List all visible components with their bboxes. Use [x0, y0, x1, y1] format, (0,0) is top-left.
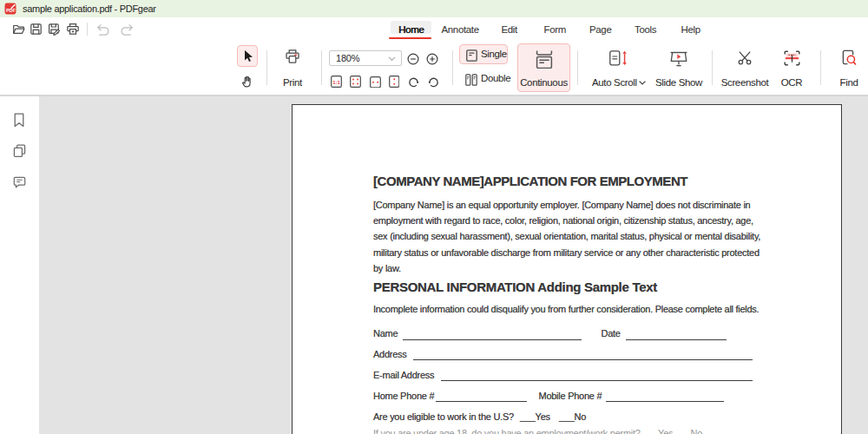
comments-panel-icon[interactable]	[13, 176, 26, 189]
mobile-phone-line	[606, 401, 724, 402]
doc-intro-line: by law.	[373, 260, 764, 276]
rotate-clockwise-icon[interactable]	[408, 76, 419, 88]
doc-intro-line: [Company Name] is an equal opportunity e…	[373, 197, 764, 213]
tab-annotate[interactable]: Annotate	[442, 22, 479, 37]
form-row-eligible: Are you eligible to work in the U.S? ___…	[293, 411, 842, 424]
doc-title: [COMPANY NAME]APPLICATION FOR EMPLOYMENT	[373, 174, 687, 188]
home-phone-label: Home Phone #	[373, 391, 434, 401]
save-icon[interactable]	[30, 23, 43, 36]
page-thumbnails-panel-icon[interactable]	[13, 144, 26, 158]
fit-width-icon[interactable]	[370, 76, 381, 89]
redo-icon[interactable]	[120, 23, 134, 36]
ocr-button[interactable]: OCR	[778, 45, 806, 90]
pdf-page[interactable]: [COMPANY NAME]APPLICATION FOR EMPLOYMENT…	[292, 104, 842, 434]
document-area: [COMPANY NAME]APPLICATION FOR EMPLOYMENT…	[0, 95, 868, 434]
tab-edit[interactable]: Edit	[502, 22, 517, 37]
zoom-level-select[interactable]: 180%	[329, 50, 402, 66]
fit-page-icon[interactable]	[350, 76, 361, 88]
undo-icon[interactable]	[96, 23, 110, 36]
auto-scroll-label: Auto Scroll	[592, 77, 637, 88]
hand-tool-icon[interactable]	[241, 75, 253, 89]
address-field-line	[413, 359, 753, 360]
tab-form[interactable]: Form	[544, 22, 566, 37]
pdf-page-content: [COMPANY NAME]APPLICATION FOR EMPLOYMENT…	[293, 105, 842, 434]
date-field-line	[626, 339, 727, 340]
doc-note: Incomplete information could disqualify …	[373, 304, 759, 314]
select-cursor-icon	[242, 49, 253, 63]
mobile-phone-label: Mobile Phone #	[539, 391, 602, 401]
screenshot-label: Screenshot	[721, 77, 769, 88]
address-field-label: Address	[373, 349, 407, 359]
doc-section-heading: PERSONAL INFORMATION Adding Sample Text	[373, 279, 657, 294]
tab-help[interactable]: Help	[681, 22, 700, 37]
slide-show-label: Slide Show	[655, 77, 702, 88]
auto-scroll-dropdown-icon	[639, 81, 646, 85]
find-button[interactable]: Find	[832, 45, 866, 90]
pdfgear-window: PDF sample application.pdf - PDFgear	[0, 0, 868, 434]
screenshot-scissors-icon	[737, 50, 753, 66]
fit-height-icon[interactable]	[389, 76, 400, 88]
title-bar: PDF sample application.pdf - PDFgear	[0, 0, 868, 17]
print-label: Print	[283, 77, 302, 88]
rotate-counterclockwise-icon[interactable]	[428, 76, 439, 88]
form-row-phones: Home Phone # Mobile Phone #	[293, 390, 842, 404]
double-page-icon	[465, 74, 477, 86]
eligible-question-label: Are you eligible to work in the U.S?	[373, 411, 514, 422]
bookmarks-panel-icon[interactable]	[13, 113, 25, 128]
name-field-line	[403, 339, 582, 340]
svg-text:1:1: 1:1	[332, 80, 340, 85]
find-icon	[841, 49, 857, 66]
toolbar-separator-3	[452, 50, 453, 85]
double-view-button[interactable]: Double	[459, 69, 511, 89]
tab-page[interactable]: Page	[589, 22, 611, 37]
auto-scroll-button[interactable]: Auto Scroll	[590, 45, 648, 90]
single-view-label: Single	[481, 49, 507, 59]
form-row-name-date: Name Date	[293, 327, 842, 341]
slide-show-icon	[669, 51, 688, 67]
date-field-label: Date	[602, 328, 621, 339]
form-row-address: Address	[293, 348, 842, 362]
auto-scroll-icon	[609, 50, 628, 66]
tab-tools[interactable]: Tools	[635, 22, 656, 37]
single-view-button[interactable]: Single	[459, 44, 508, 64]
select-tool-button[interactable]	[237, 45, 258, 67]
navigation-sidebar	[0, 96, 39, 434]
doc-intro-line: military status or unfavorable discharge…	[373, 245, 764, 260]
find-label: Find	[840, 77, 858, 88]
email-field-label: E-mail Address	[373, 370, 434, 380]
zoom-in-button[interactable]	[426, 53, 438, 65]
home-phone-line	[436, 401, 527, 402]
print-button[interactable]: Print	[276, 45, 309, 90]
eligible-yes-label: ___Yes	[520, 411, 550, 422]
email-field-line	[441, 380, 753, 381]
toolbar-separator-5	[712, 50, 713, 85]
double-view-label: Double	[481, 73, 510, 83]
continuous-view-label: Continuous	[520, 77, 568, 88]
screenshot-button[interactable]: Screenshot	[721, 45, 768, 90]
tab-home[interactable]: Home	[398, 22, 424, 37]
ribbon: Home Annotate Edit Form Page Tools Help	[0, 17, 868, 95]
quick-print-icon[interactable]	[66, 23, 80, 36]
pdfgear-logo-icon: PDF	[4, 3, 16, 15]
zoom-level-value: 180%	[336, 51, 359, 65]
save-as-icon[interactable]	[48, 23, 62, 36]
print-icon	[285, 49, 300, 64]
chevron-down-icon	[388, 56, 396, 62]
eligible-no-label: ___No	[559, 411, 586, 422]
continuous-view-button[interactable]: Continuous	[517, 43, 570, 92]
zoom-out-button[interactable]	[407, 53, 419, 65]
partial-bottom-line: If you are under age 18, do you have an …	[373, 428, 702, 434]
actual-size-icon[interactable]: 1:1	[331, 76, 342, 88]
ocr-icon	[784, 50, 800, 66]
form-row-partial: If you are under age 18, do you have an …	[293, 427, 842, 434]
ocr-label: OCR	[781, 77, 803, 88]
slide-show-button[interactable]: Slide Show	[656, 45, 701, 90]
toolbar-separator-1	[266, 50, 267, 85]
toolbar-separator-2	[321, 50, 322, 85]
open-file-icon[interactable]	[12, 23, 25, 36]
doc-intro-paragraph: [Company Name] is an equal opportunity e…	[373, 197, 764, 276]
continuous-scroll-icon	[536, 50, 553, 69]
active-tab-underline	[389, 37, 431, 40]
form-row-email: E-mail Address	[293, 369, 842, 383]
window-title: sample application.pdf - PDFgear	[23, 0, 156, 17]
